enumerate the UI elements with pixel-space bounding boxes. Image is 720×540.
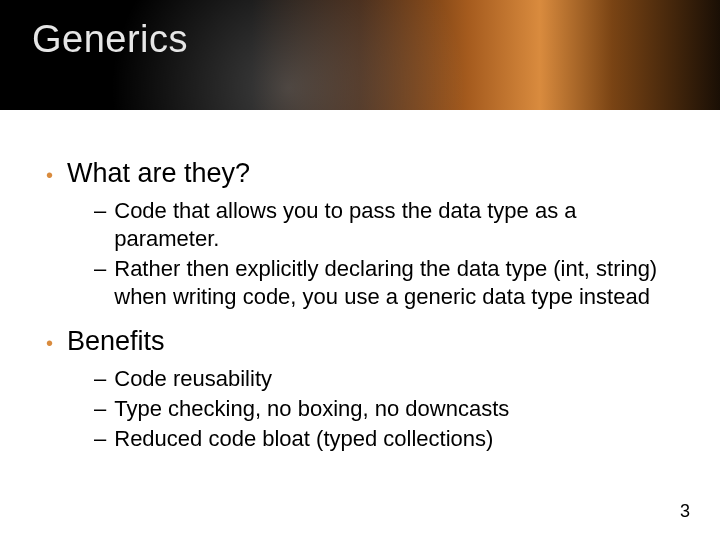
list-item: • Benefits – Code reusability – Type che… [46,326,674,453]
sub-item-text: Code reusability [114,365,272,393]
bullet-heading: • What are they? [46,158,674,189]
bullet-label: Benefits [67,326,165,357]
dash-icon: – [94,255,106,283]
bullet-heading: • Benefits [46,326,674,357]
list-item: – Code reusability [94,365,674,393]
slide: Generics • What are they? – Code that al… [0,0,720,540]
list-item: • What are they? – Code that allows you … [46,158,674,312]
sub-item-text: Code that allows you to pass the data ty… [114,197,674,253]
dash-icon: – [94,365,106,393]
sub-item-text: Reduced code bloat (typed collections) [114,425,493,453]
list-item: – Reduced code bloat (typed collections) [94,425,674,453]
dash-icon: – [94,197,106,225]
dash-icon: – [94,395,106,423]
list-item: – Rather then explicitly declaring the d… [94,255,674,311]
sub-list: – Code reusability – Type checking, no b… [94,365,674,453]
slide-header: Generics [0,0,720,110]
sub-item-text: Type checking, no boxing, no downcasts [114,395,509,423]
slide-content: • What are they? – Code that allows you … [0,110,720,453]
sub-item-text: Rather then explicitly declaring the dat… [114,255,674,311]
list-item: – Code that allows you to pass the data … [94,197,674,253]
page-number: 3 [680,501,690,522]
bullet-label: What are they? [67,158,250,189]
bullet-icon: • [46,161,53,189]
bullet-list: • What are they? – Code that allows you … [46,158,674,453]
list-item: – Type checking, no boxing, no downcasts [94,395,674,423]
bullet-icon: • [46,329,53,357]
dash-icon: – [94,425,106,453]
sub-list: – Code that allows you to pass the data … [94,197,674,312]
slide-title: Generics [32,18,188,61]
